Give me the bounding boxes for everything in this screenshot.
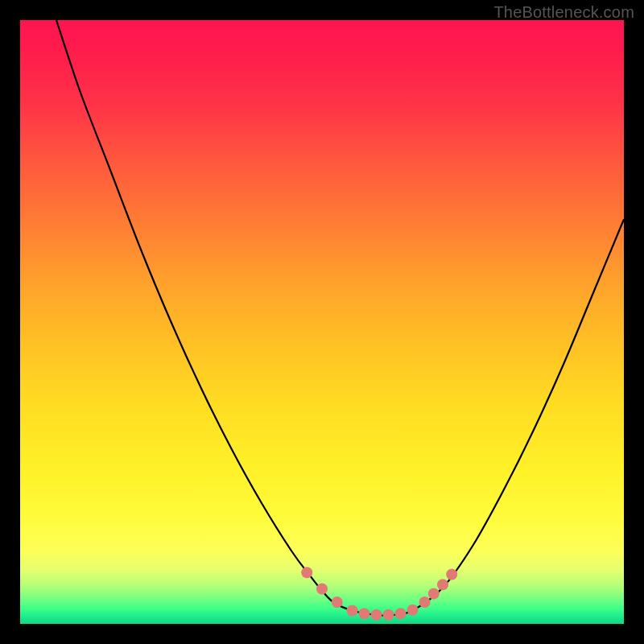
curve-marker: [347, 605, 358, 617]
curve-marker: [428, 588, 440, 600]
curve-marker: [359, 608, 370, 619]
curve-marker: [419, 597, 431, 608]
curve-marker: [316, 584, 328, 595]
plot-area: [20, 20, 624, 624]
watermark-text: TheBottleneck.com: [493, 3, 634, 22]
curve-marker: [383, 609, 394, 621]
chart-svg: [20, 20, 624, 624]
marker-group: [301, 567, 457, 621]
curve-marker: [407, 605, 419, 616]
chart-frame: TheBottleneck.com: [0, 0, 644, 644]
curve-marker: [332, 597, 343, 608]
curve-marker: [446, 569, 457, 580]
curve-marker: [395, 608, 407, 619]
curve-marker: [371, 609, 382, 621]
curve-marker: [437, 579, 448, 590]
curve-marker: [301, 567, 312, 578]
bottleneck-curve: [56, 20, 624, 616]
